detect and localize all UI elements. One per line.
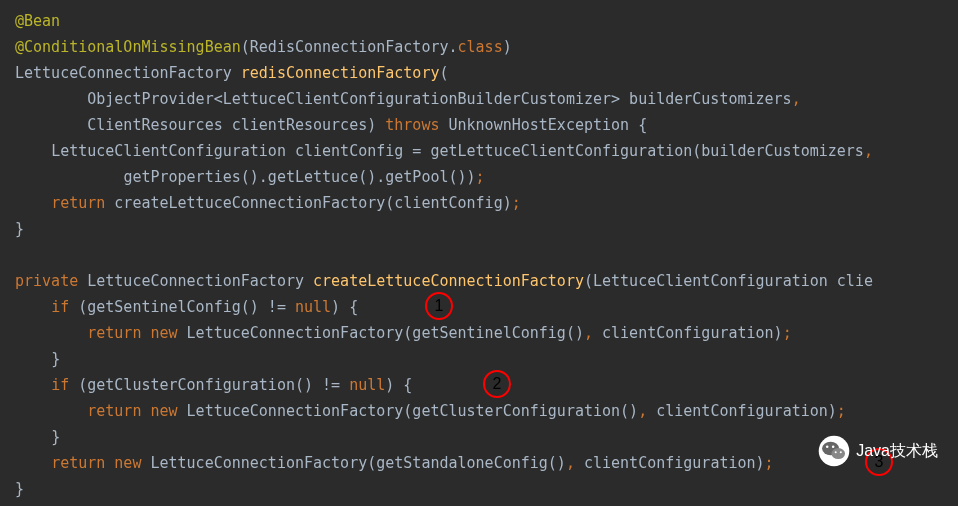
comma: ,	[638, 402, 647, 420]
comma: ,	[566, 454, 575, 472]
code-line: }	[15, 346, 943, 372]
code-block: @Bean @ConditionalOnMissingBean(RedisCon…	[15, 8, 943, 502]
keyword-if: if	[51, 376, 69, 394]
annotation: @Bean	[15, 12, 60, 30]
semi: ;	[765, 454, 774, 472]
keyword-new: new	[150, 402, 177, 420]
text: getProperties().getLettuce().getPool())	[123, 168, 475, 186]
class-ref: RedisConnectionFactory	[250, 38, 449, 56]
svg-point-2	[832, 448, 846, 459]
svg-point-4	[832, 445, 835, 448]
empty-line	[15, 242, 943, 268]
code-line: return new LettuceConnectionFactory(getS…	[15, 320, 943, 346]
text: LettuceConnectionFactory(getSentinelConf…	[178, 324, 584, 342]
code-line: }	[15, 216, 943, 242]
keyword-new: new	[150, 324, 177, 342]
indent	[15, 402, 87, 420]
code-line: if (getClusterConfiguration() != null) {…	[15, 372, 943, 398]
method-name: redisConnectionFactory	[241, 64, 440, 82]
keyword-if: if	[51, 298, 69, 316]
watermark: Java技术栈	[817, 434, 938, 468]
keyword-return: return	[87, 324, 141, 342]
text: ) {	[331, 298, 358, 316]
annotation: @ConditionalOnMissingBean	[15, 38, 241, 56]
params: (LettuceClientConfiguration clie	[584, 272, 873, 290]
indent	[15, 194, 51, 212]
watermark-text: Java技术栈	[856, 438, 938, 464]
type: LettuceConnectionFactory	[78, 272, 313, 290]
svg-point-6	[840, 451, 842, 453]
keyword-throws: throws	[385, 116, 439, 134]
code-line: LettuceClientConfiguration clientConfig …	[15, 138, 943, 164]
indent	[15, 298, 51, 316]
comma: ,	[792, 90, 801, 108]
semi: ;	[837, 402, 846, 420]
punct: )	[503, 38, 512, 56]
keyword-null: null	[295, 298, 331, 316]
punct: (	[241, 38, 250, 56]
indent	[15, 454, 51, 472]
punct: (	[439, 64, 448, 82]
svg-point-3	[826, 445, 829, 448]
code-line: }	[15, 424, 943, 450]
text: LettuceConnectionFactory(getClusterConfi…	[178, 402, 639, 420]
type: LettuceConnectionFactory	[15, 64, 241, 82]
dot: .	[449, 38, 458, 56]
space	[105, 454, 114, 472]
text: (getClusterConfiguration() !=	[69, 376, 349, 394]
text: UnknownHostException {	[439, 116, 647, 134]
text: LettuceClientConfiguration clientConfig …	[51, 142, 864, 160]
param: ObjectProvider<LettuceClientConfiguratio…	[87, 90, 791, 108]
text: ) {	[385, 376, 412, 394]
code-line: return new LettuceConnectionFactory(getC…	[15, 398, 943, 424]
keyword-return: return	[87, 402, 141, 420]
text: clientConfiguration)	[575, 454, 765, 472]
keyword-return: return	[51, 194, 105, 212]
keyword-null: null	[349, 376, 385, 394]
indent	[15, 324, 87, 342]
indent	[15, 350, 51, 368]
indent	[15, 116, 87, 134]
indent	[15, 376, 51, 394]
brace: }	[15, 480, 24, 498]
marker-2: 2	[483, 370, 511, 398]
keyword-private: private	[15, 272, 78, 290]
code-line: ObjectProvider<LettuceClientConfiguratio…	[15, 86, 943, 112]
brace: }	[15, 220, 24, 238]
brace: }	[51, 350, 60, 368]
wechat-icon	[817, 434, 851, 468]
code-line: return new LettuceConnectionFactory(getS…	[15, 450, 943, 476]
keyword-class: class	[458, 38, 503, 56]
text: (getSentinelConfig() !=	[69, 298, 295, 316]
code-line: ClientResources clientResources) throws …	[15, 112, 943, 138]
comma: ,	[584, 324, 593, 342]
semi: ;	[783, 324, 792, 342]
marker-1: 1	[425, 292, 453, 320]
comma: ,	[864, 142, 873, 160]
code-line: private LettuceConnectionFactory createL…	[15, 268, 943, 294]
text: LettuceConnectionFactory(getStandaloneCo…	[141, 454, 565, 472]
code-line: @ConditionalOnMissingBean(RedisConnectio…	[15, 34, 943, 60]
code-line: getProperties().getLettuce().getPool());	[15, 164, 943, 190]
code-line: if (getSentinelConfig() != null) {1	[15, 294, 943, 320]
code-line: return createLettuceConnectionFactory(cl…	[15, 190, 943, 216]
code-line: LettuceConnectionFactory redisConnection…	[15, 60, 943, 86]
text: clientConfiguration)	[593, 324, 783, 342]
text: createLettuceConnectionFactory(clientCon…	[105, 194, 511, 212]
semi: ;	[476, 168, 485, 186]
brace: }	[51, 428, 60, 446]
semi: ;	[512, 194, 521, 212]
indent	[15, 428, 51, 446]
text: clientConfiguration)	[647, 402, 837, 420]
param: ClientResources clientResources)	[87, 116, 385, 134]
code-line: }	[15, 476, 943, 502]
method-name: createLettuceConnectionFactory	[313, 272, 584, 290]
svg-point-5	[835, 451, 837, 453]
indent	[15, 142, 51, 160]
indent	[15, 168, 123, 186]
code-line: @Bean	[15, 8, 943, 34]
keyword-new: new	[114, 454, 141, 472]
keyword-return: return	[51, 454, 105, 472]
indent	[15, 90, 87, 108]
